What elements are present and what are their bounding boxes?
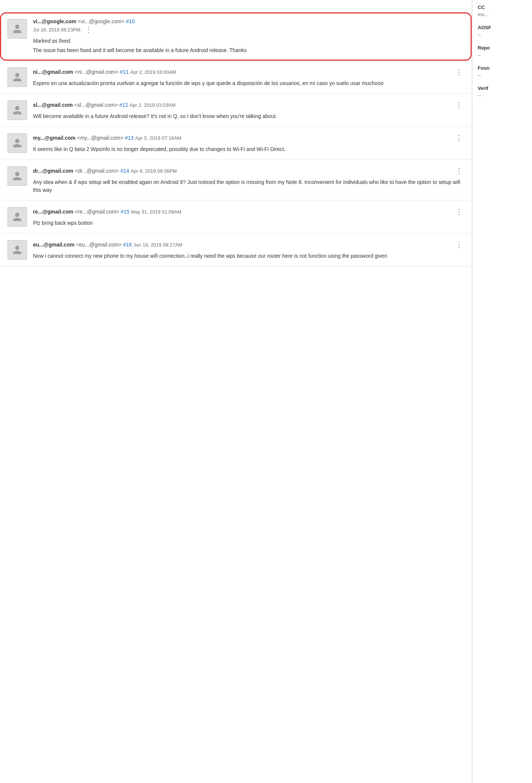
comment-text: Marked as fixed. — [33, 37, 464, 45]
right-sidebar: CCmu...AOSF--Repo--Foun--Verif-- — [472, 0, 532, 783]
comment-wrapper-6: re...@gmail.com<re...@gmail.com>#15May 3… — [0, 200, 472, 233]
comment-header: vi...@google.com<vi...@google.com>#10Jul… — [33, 18, 464, 35]
more-options-button[interactable]: ⋮ — [454, 67, 464, 77]
comment-wrapper-4: my...@gmail.com<my...@gmail.com>#13Apr 5… — [0, 127, 472, 160]
comment-wrapper-1: vi...@google.com<vi...@google.com>#10Jul… — [0, 12, 472, 61]
more-options-button[interactable]: ⋮ — [454, 133, 464, 143]
avatar — [7, 133, 27, 153]
comment-wrapper-3: sl...@gmail.com<sl...@gmail.com>#12Apr 2… — [0, 94, 472, 127]
sidebar-label: CC — [478, 4, 527, 10]
avatar — [7, 100, 27, 120]
sidebar-value: -- — [478, 72, 527, 78]
sidebar-sections: CCmu...AOSF--Repo--Foun--Verif-- — [478, 4, 527, 98]
comment-wrapper-2: ni...@gmail.com<ni...@gmail.com>#11Apr 2… — [0, 61, 472, 94]
more-options-button[interactable]: ⋮ — [454, 100, 464, 110]
comment-header: my...@gmail.com<my...@gmail.com>#13Apr 5… — [33, 133, 464, 143]
author-email: <vi...@google.com> — [78, 18, 125, 24]
author-email: <re...@gmail.com> — [75, 209, 119, 215]
author-name: dr...@gmail.com — [33, 168, 73, 174]
comment-header: ni...@gmail.com<ni...@gmail.com>#11Apr 2… — [33, 67, 464, 77]
more-options-button[interactable]: ⋮ — [454, 239, 464, 250]
author-email: <sl...@gmail.com> — [74, 102, 118, 108]
author-email: <my...@gmail.com> — [77, 135, 124, 141]
comment-body: ni...@gmail.com<ni...@gmail.com>#11Apr 2… — [33, 67, 464, 87]
comment-date: Apr 5, 2019 07:16AM — [135, 135, 181, 141]
comment-text: Will become available in a future Androi… — [33, 112, 464, 120]
comment-text: It seems like in Q beta 2 WpsInfo is no … — [33, 145, 464, 153]
comment-text: Espero en una actualización pronta vuelv… — [33, 79, 464, 87]
sidebar-label: Repo — [478, 45, 527, 51]
comment-body: re...@gmail.com<re...@gmail.com>#15May 3… — [33, 206, 464, 227]
sidebar-value: mu... — [478, 12, 527, 17]
comment-date: Jun 16, 2019 08:27AM — [133, 242, 182, 248]
author-name: sl...@gmail.com — [33, 102, 73, 108]
comment-text: Now i cannot connect my new phone to my … — [33, 252, 464, 260]
comment-header: re...@gmail.com<re...@gmail.com>#15May 3… — [33, 206, 464, 217]
comment-number[interactable]: #16 — [123, 242, 132, 248]
more-options-button[interactable]: ⋮ — [83, 24, 94, 35]
comment-wrapper-7: eu...@gmail.com<eu...@gmail.com>#16Jun 1… — [0, 233, 472, 266]
author-name: ni...@gmail.com — [33, 69, 73, 75]
comment-item: re...@gmail.com<re...@gmail.com>#15May 3… — [0, 200, 472, 233]
comment-header: sl...@gmail.com<sl...@gmail.com>#12Apr 2… — [33, 100, 464, 110]
comment-header: eu...@gmail.com<eu...@gmail.com>#16Jun 1… — [33, 239, 464, 250]
comment-body: my...@gmail.com<my...@gmail.com>#13Apr 5… — [33, 133, 464, 153]
more-options-button[interactable]: ⋮ — [454, 206, 464, 217]
comment-body: sl...@gmail.com<sl...@gmail.com>#12Apr 2… — [33, 100, 464, 120]
sidebar-label: AOSF — [478, 25, 527, 30]
comments-container: vi...@google.com<vi...@google.com>#10Jul… — [0, 12, 472, 266]
sidebar-value: -- — [478, 93, 527, 98]
sidebar-section-3: Foun-- — [478, 65, 527, 78]
comment-date: Apr 8, 2019 09:36PM — [131, 168, 177, 174]
comment-date: Jul 16, 2018 06:23PM — [33, 27, 80, 33]
avatar — [7, 67, 27, 87]
sidebar-section-0: CCmu... — [478, 4, 527, 17]
author-email: <dr...@gmail.com> — [75, 168, 119, 174]
main-content: vi...@google.com<vi...@google.com>#10Jul… — [0, 0, 472, 783]
comment-wrapper-5: dr...@gmail.com<dr...@gmail.com>#14Apr 8… — [0, 160, 472, 200]
comment-date: May 31, 2019 01:09AM — [131, 209, 181, 215]
comment-text: The issue has been fixed and it will bec… — [33, 46, 464, 54]
sidebar-label: Foun — [478, 65, 527, 71]
top-message — [0, 0, 472, 12]
comment-body: vi...@google.com<vi...@google.com>#10Jul… — [33, 18, 464, 54]
comment-item: my...@gmail.com<my...@gmail.com>#13Apr 5… — [0, 127, 472, 160]
comment-item: vi...@google.com<vi...@google.com>#10Jul… — [0, 12, 472, 61]
comment-number[interactable]: #15 — [121, 209, 129, 215]
comment-body: eu...@gmail.com<eu...@gmail.com>#16Jun 1… — [33, 239, 464, 260]
author-email: <ni...@gmail.com> — [75, 69, 118, 75]
author-email: <eu...@gmail.com> — [76, 242, 122, 248]
comment-number[interactable]: #11 — [120, 69, 129, 75]
avatar — [7, 19, 27, 39]
comment-number[interactable]: #10 — [126, 18, 134, 24]
comment-text: Any idea when & if wps setup will be ena… — [33, 178, 464, 194]
sidebar-section-2: Repo-- — [478, 45, 527, 58]
sidebar-section-1: AOSF-- — [478, 25, 527, 37]
comment-date-wrap: Jul 16, 2018 06:23PM⋮ — [33, 24, 94, 35]
sidebar-value: -- — [478, 52, 527, 58]
comment-number[interactable]: #12 — [119, 102, 128, 108]
sidebar-value: -- — [478, 32, 527, 37]
comment-header: dr...@gmail.com<dr...@gmail.com>#14Apr 8… — [33, 166, 464, 176]
author-name: my...@gmail.com — [33, 135, 76, 141]
comment-item: ni...@gmail.com<ni...@gmail.com>#11Apr 2… — [0, 61, 472, 94]
comment-number[interactable]: #14 — [121, 168, 129, 174]
comment-item: dr...@gmail.com<dr...@gmail.com>#14Apr 8… — [0, 160, 472, 200]
avatar — [7, 166, 27, 186]
comment-meta: vi...@google.com<vi...@google.com>#10 — [33, 18, 135, 24]
more-options-button[interactable]: ⋮ — [454, 166, 464, 176]
comment-date: Apr 2, 2019 03:03AM — [130, 102, 176, 108]
sidebar-label: Verif — [478, 85, 527, 91]
avatar — [7, 240, 27, 260]
author-name: re...@gmail.com — [33, 209, 73, 215]
comment-text: Plz bring back wps botton — [33, 219, 464, 227]
comment-number[interactable]: #13 — [125, 135, 133, 141]
sidebar-section-4: Verif-- — [478, 85, 527, 98]
avatar — [7, 207, 27, 227]
comment-item: eu...@gmail.com<eu...@gmail.com>#16Jun 1… — [0, 233, 472, 266]
author-name: eu...@gmail.com — [33, 242, 75, 248]
comment-date: Apr 2, 2019 03:00AM — [130, 69, 176, 75]
comment-item: sl...@gmail.com<sl...@gmail.com>#12Apr 2… — [0, 94, 472, 127]
comment-body: dr...@gmail.com<dr...@gmail.com>#14Apr 8… — [33, 166, 464, 194]
author-name: vi...@google.com — [33, 18, 76, 24]
